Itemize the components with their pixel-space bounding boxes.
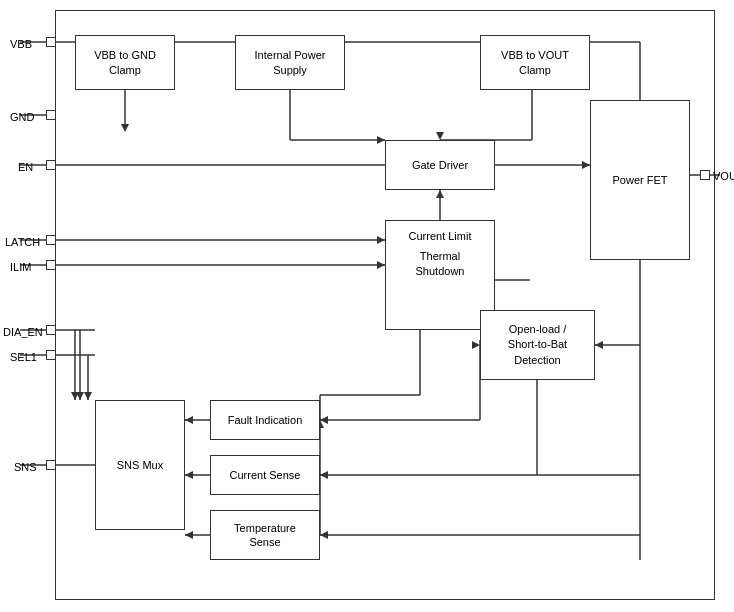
dia-en-pin-square — [46, 325, 56, 335]
ilim-pin-label: ILIM — [10, 261, 31, 273]
ilim-pin-square — [46, 260, 56, 270]
sel1-pin-label: SEL1 — [10, 351, 37, 363]
diagram-container: VBB to GND Clamp Internal PowerSupply VB… — [0, 0, 734, 612]
en-pin-square — [46, 160, 56, 170]
thermal-shutdown-label: ThermalShutdown — [416, 249, 465, 278]
en-pin-label: EN — [18, 161, 33, 173]
power-fet-block: Power FET — [590, 100, 690, 260]
vout-pin-square — [700, 170, 710, 180]
gate-driver-label: Gate Driver — [412, 158, 468, 172]
vbb-gnd-clamp-block: VBB to GND Clamp — [75, 35, 175, 90]
power-fet-label: Power FET — [612, 173, 667, 187]
open-load-label: Open-load /Short-to-BatDetection — [508, 322, 567, 368]
fault-indication-block: Fault Indication — [210, 400, 320, 440]
vbb-vout-clamp-block: VBB to VOUTClamp — [480, 35, 590, 90]
vbb-pin-square — [46, 37, 56, 47]
sns-pin-square — [46, 460, 56, 470]
sel1-pin-square — [46, 350, 56, 360]
vbb-vout-clamp-label: VBB to VOUTClamp — [501, 48, 569, 77]
gnd-pin-label: GND — [10, 111, 34, 123]
temperature-sense-block: TemperatureSense — [210, 510, 320, 560]
current-limit-label: Current Limit — [409, 229, 472, 243]
open-load-block: Open-load /Short-to-BatDetection — [480, 310, 595, 380]
temperature-sense-label: TemperatureSense — [234, 521, 296, 550]
sns-mux-label: SNS Mux — [117, 458, 163, 472]
current-limit-thermal-block: Current Limit ThermalShutdown — [385, 220, 495, 330]
vout-pin-label: VOUT — [713, 170, 734, 182]
sns-pin-label: SNS — [14, 461, 37, 473]
latch-pin-label: LATCH — [5, 236, 40, 248]
internal-power-supply-label: Internal PowerSupply — [255, 48, 326, 77]
gnd-pin-square — [46, 110, 56, 120]
vbb-gnd-clamp-label: VBB to GND Clamp — [94, 48, 156, 77]
dia-en-pin-label: DIA_EN — [3, 326, 43, 338]
sns-mux-block: SNS Mux — [95, 400, 185, 530]
latch-pin-square — [46, 235, 56, 245]
current-sense-label: Current Sense — [230, 468, 301, 482]
current-sense-block: Current Sense — [210, 455, 320, 495]
fault-indication-label: Fault Indication — [228, 413, 303, 427]
internal-power-supply-block: Internal PowerSupply — [235, 35, 345, 90]
gate-driver-block: Gate Driver — [385, 140, 495, 190]
vbb-pin-label: VBB — [10, 38, 32, 50]
